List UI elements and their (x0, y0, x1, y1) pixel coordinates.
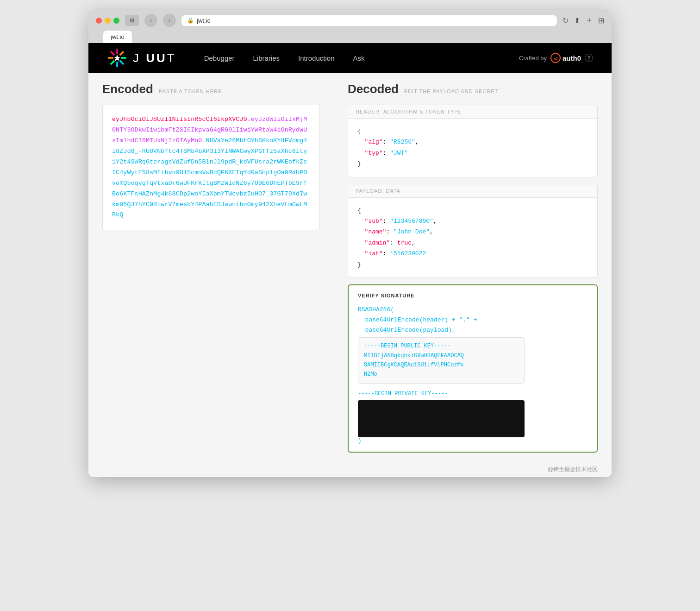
public-key-input[interactable]: -----BEGIN PUBLIC KEY-----MIIBIjANBgkqhk… (358, 337, 525, 384)
nav-debugger[interactable]: Debugger (204, 54, 235, 62)
svg-line-6 (120, 51, 124, 55)
svg-text:a0: a0 (554, 57, 558, 61)
verify-algo: RSASHA256( (358, 306, 394, 313)
browser-top-bar: ⊞ ‹ › 🔒 jwt.io ↻ ⬆ + ⊞ (96, 14, 604, 27)
svg-line-5 (120, 61, 124, 64)
encoded-panel: Encoded PASTE A TOKEN HERE eyJhbGciOiJSU… (88, 73, 334, 462)
token-box[interactable]: eyJhbGciOiJSUzI1NiIsInR5cCI6IkpXVCJ9.eyJ… (102, 105, 320, 230)
decoded-header: Decoded EDIT THE PAYLOAD AND SECRET (348, 82, 598, 98)
verify-title: VERIFY SIGNATURE (358, 293, 588, 298)
nav-introduction[interactable]: Introduction (298, 54, 334, 62)
encoded-title: Encoded (102, 82, 153, 96)
nav-libraries[interactable]: Libraries (253, 54, 280, 62)
logo-text: J UUT (133, 51, 176, 65)
browser-chrome: ⊞ ‹ › 🔒 jwt.io ↻ ⬆ + ⊞ jwt.io (88, 9, 612, 43)
crafted-by-label: Crafted by (519, 55, 547, 62)
verify-section: VERIFY SIGNATURE RSASHA256( base64UrlEnc… (348, 284, 598, 453)
address-bar[interactable]: 🔒 jwt.io (181, 15, 557, 26)
watermark: @稀土掘金技术社区 (88, 462, 612, 477)
payload-section: PAYLOAD: DATA { "sub": "1234567890", "na… (348, 184, 598, 278)
token-dot1: . (247, 116, 251, 123)
new-tab-icon[interactable]: + (587, 16, 592, 25)
logo: J UUT (107, 48, 176, 68)
browser-window: ⊞ ‹ › 🔒 jwt.io ↻ ⬆ + ⊞ jwt.io (88, 9, 612, 477)
header-section-label: HEADER: ALGORITHM & TOKEN TYPE (348, 105, 597, 119)
main-content: Encoded PASTE A TOKEN HERE eyJhbGciOiJSU… (88, 73, 612, 462)
header-section: HEADER: ALGORITHM & TOKEN TYPE { "alg": … (348, 105, 598, 177)
svg-line-7 (111, 61, 114, 64)
auth0-icon: a0 (550, 53, 561, 63)
jwt-logo-icon (107, 48, 127, 68)
url-text: jwt.io (197, 17, 211, 24)
browser-actions: ⬆ + ⊞ (574, 16, 604, 25)
help-icon[interactable]: ? (585, 54, 593, 62)
payload-label: PAYLOAD: (356, 188, 384, 194)
app-nav: J UUT Debugger Libraries Introduction As… (88, 43, 612, 73)
back-button[interactable]: ‹ (144, 14, 157, 27)
tab-bar: jwt.io (96, 31, 604, 43)
svg-marker-8 (114, 55, 120, 61)
close-button[interactable] (96, 18, 102, 24)
payload-body[interactable]: { "sub": "1234567890", "name": "John Doe… (348, 198, 597, 277)
encoded-header: Encoded PASTE A TOKEN HERE (102, 82, 320, 98)
forward-button[interactable]: › (163, 14, 176, 27)
traffic-lights (96, 18, 119, 24)
verify-line1: base64UrlEncode(header) + "." + (365, 316, 477, 323)
nav-links: Debugger Libraries Introduction Ask (204, 54, 519, 62)
grid-icon[interactable]: ⊞ (598, 16, 604, 25)
lock-icon: 🔒 (187, 17, 194, 24)
private-key-label: -----BEGIN PRIVATE KEY----- (358, 389, 588, 398)
crafted-by: Crafted by a0 auth0 ? (519, 53, 593, 63)
decoded-panel: Decoded EDIT THE PAYLOAD AND SECRET HEAD… (334, 73, 612, 462)
private-key-input[interactable] (358, 400, 525, 437)
header-body[interactable]: { "alg": "RS256", "typ": "JWT" } (348, 119, 597, 177)
verify-line2: base64UrlEncode(payload), (365, 327, 456, 334)
sidebar-toggle-button[interactable]: ⊞ (125, 15, 139, 26)
minimize-button[interactable] (105, 18, 111, 24)
payload-sublabel: DATA (386, 188, 400, 194)
payload-section-label: PAYLOAD: DATA (348, 184, 597, 198)
verify-close: ) (358, 437, 588, 444)
tab-title: jwt.io (111, 33, 125, 40)
refresh-icon[interactable]: ↻ (562, 16, 569, 25)
decoded-subtitle: EDIT THE PAYLOAD AND SECRET (404, 88, 498, 94)
auth0-label: auth0 (562, 54, 581, 62)
decoded-title: Decoded (348, 82, 399, 96)
auth0-logo: a0 auth0 (550, 53, 581, 63)
app-container: J UUT Debugger Libraries Introduction As… (88, 43, 612, 477)
svg-line-4 (111, 51, 114, 55)
header-sublabel: ALGORITHM & TOKEN TYPE (383, 109, 462, 114)
token-dot2: . (202, 137, 206, 144)
nav-ask[interactable]: Ask (353, 54, 365, 62)
encoded-subtitle: PASTE A TOKEN HERE (159, 88, 222, 94)
maximize-button[interactable] (113, 18, 119, 24)
token-part1: eyJhbGciOiJSUzI1NiIsInR5cCI6IkpXVCJ9 (112, 116, 247, 123)
verify-body[interactable]: RSASHA256( base64UrlEncode(header) + "."… (358, 305, 588, 437)
header-label: HEADER: (356, 109, 381, 114)
share-icon[interactable]: ⬆ (574, 16, 580, 25)
token-part3: NHVaYe26MbtOYhSKkoKYdFVomg4i8ZJd8_-RU8VN… (112, 137, 307, 219)
active-tab[interactable]: jwt.io (103, 31, 132, 43)
